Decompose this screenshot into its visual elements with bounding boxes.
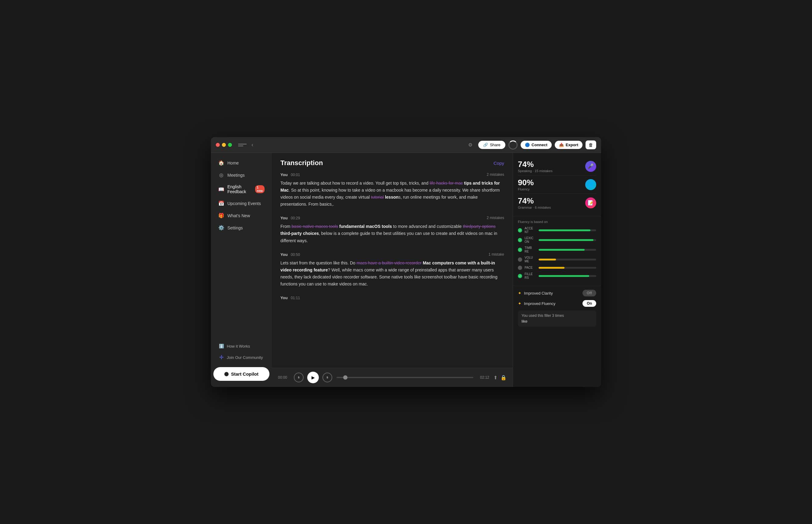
- connect-button[interactable]: 🔵 Connect: [521, 141, 552, 149]
- fastforward-button[interactable]: 5: [322, 373, 332, 382]
- sidebar-item-settings[interactable]: ⚙️ Settings: [213, 222, 269, 234]
- gift-icon: 🎁: [218, 213, 224, 218]
- fluency-item-accent: ✓ ACCENT: [518, 227, 596, 234]
- sidebar: 🏠 Home ◎ Meetings 📖 English Feedback 1 n…: [211, 153, 272, 387]
- timbre-label: TIMBRE: [525, 246, 536, 253]
- sidebar-link-join-community[interactable]: ✛ Join Our Community: [216, 351, 267, 363]
- sidebar-item-meetings-label: Meetings: [227, 173, 245, 178]
- grammar-icon: 📝: [585, 197, 596, 208]
- volume-label: VOLUME: [525, 256, 536, 263]
- fluency-label: Fluency: [518, 187, 534, 191]
- sidebar-bottom: ℹ️ How it Works ✛ Join Our Community Sta…: [211, 337, 272, 383]
- content-area: Transcription Copy You 00:01 2 mistakes …: [272, 153, 513, 387]
- sidebar-item-settings-label: Settings: [227, 226, 243, 230]
- sidebar-toggle-icon[interactable]: [238, 142, 246, 148]
- accent-label: ACCENT: [525, 227, 536, 234]
- lexicon-bar: [539, 239, 593, 241]
- fluency-section-title: Fluency is based on: [518, 220, 596, 224]
- start-copilot-button[interactable]: Start Copilot: [213, 367, 269, 381]
- player-end-icons: ⬆ 🔒: [493, 375, 507, 380]
- corrected-lesson: lesson: [384, 195, 398, 199]
- upload-icon[interactable]: ⬆: [493, 375, 497, 380]
- grammar-label: Grammar · 6 mistakes: [518, 206, 551, 209]
- sidebar-item-english-feedback[interactable]: 📖 English Feedback 1 new: [213, 181, 269, 197]
- export-button[interactable]: 📤 Export: [555, 141, 583, 149]
- fluency-item-volume: VOLUME: [518, 256, 596, 263]
- share-button[interactable]: 🔗 Share: [478, 141, 505, 149]
- close-button[interactable]: [216, 143, 220, 147]
- info-icon: ℹ️: [218, 344, 224, 348]
- clarity-toggle[interactable]: Off: [583, 290, 596, 296]
- fullscreen-button[interactable]: [228, 143, 232, 147]
- community-icon: ✛: [218, 354, 224, 361]
- filler-description: You used this filler 3 times: [522, 313, 592, 318]
- transcription-title: Transcription: [281, 159, 323, 167]
- fluency-section: Fluency is based on ✓ ACCENT ✓ LEXICON: [513, 216, 601, 286]
- title-bar-actions: ⚙ 🔗 Share 🔵 Connect 📤 Export 🗑: [465, 140, 596, 150]
- settings-icon: ⚙️: [218, 225, 224, 231]
- copy-button[interactable]: Copy: [493, 161, 504, 166]
- sidebar-item-home[interactable]: 🏠 Home: [213, 157, 269, 169]
- lock-icon[interactable]: 🔒: [500, 375, 507, 380]
- connect-label: Connect: [531, 143, 547, 147]
- accent-bar: [539, 229, 590, 231]
- pace-bar-bg: [539, 267, 596, 269]
- transcription-panel[interactable]: Transcription Copy You 00:01 2 mistakes …: [272, 153, 513, 368]
- fluency-item-pace: PACE: [518, 266, 596, 270]
- star-icon-clarity: ✦: [518, 291, 522, 295]
- timbre-check: ✓: [518, 248, 522, 252]
- grammar-mistakes: 6 mistakes: [535, 206, 551, 209]
- rewind-button[interactable]: 5: [294, 373, 304, 382]
- accent-check: ✓: [518, 228, 522, 232]
- book-icon: 📖: [218, 186, 224, 192]
- audio-player: 00:00 5 ▶ 5 02:12 ⬆ 🔒: [272, 368, 513, 387]
- strikethrough-macs: macs have a builtin video recorder: [356, 261, 421, 265]
- sidebar-item-whats-new[interactable]: 🎁 What's New: [213, 210, 269, 222]
- join-community-label: Join Our Community: [227, 355, 263, 360]
- progress-thumb[interactable]: [343, 375, 348, 380]
- accent-bar-bg: [539, 229, 596, 231]
- timbre-bar-bg: [539, 249, 596, 251]
- trash-button[interactable]: 🗑: [586, 141, 596, 149]
- play-button[interactable]: ▶: [307, 372, 319, 383]
- transcription-block-4: You 01:11: [281, 295, 504, 300]
- fluency-icon: 🌐: [585, 179, 596, 190]
- trans-meta-3: You 00:50 1 mistake: [281, 252, 504, 257]
- fluency-toggle[interactable]: On: [583, 300, 596, 307]
- fluency-value: 90%: [518, 178, 534, 187]
- connect-icon: 🔵: [525, 143, 530, 147]
- ai-clarity-label: ✦ Improved Clarity: [518, 291, 553, 295]
- gear-icon[interactable]: ⚙: [465, 140, 475, 150]
- minimize-button[interactable]: [222, 143, 226, 147]
- progress-bar[interactable]: [336, 377, 473, 378]
- fillers-label: FILLERS: [525, 272, 536, 280]
- meetings-icon: ◎: [218, 172, 224, 178]
- corrected-thirdparty: third-party choices: [281, 231, 319, 236]
- speaking-value: 74%: [518, 160, 553, 169]
- mac-window: ‹ ⚙ 🔗 Share 🔵 Connect 📤 Export 🗑: [211, 137, 601, 387]
- corrected-fundamental: fundamental macOS tools: [339, 224, 392, 229]
- share-icon: 🔗: [483, 143, 488, 147]
- export-label: Export: [566, 143, 578, 147]
- title-bar: ‹ ⚙ 🔗 Share 🔵 Connect 📤 Export 🗑: [211, 137, 601, 153]
- player-total-time: 02:12: [478, 375, 489, 380]
- ai-row-clarity: ✦ Improved Clarity Off: [518, 290, 596, 296]
- sidebar-item-upcoming-events[interactable]: 📅 Upcoming Events: [213, 197, 269, 209]
- score-section: 74% Speaking · 15 mistakes 🎤 90% Fluency…: [513, 153, 601, 216]
- sidebar-item-meetings[interactable]: ◎ Meetings: [213, 169, 269, 181]
- back-button[interactable]: ‹: [252, 142, 253, 148]
- transcription-block-3: You 00:50 1 mistake Lets start from the …: [281, 252, 504, 288]
- filler-word: like: [522, 319, 592, 324]
- speaking-icon: 🎤: [585, 161, 596, 172]
- lexicon-bar-bg: [539, 239, 596, 241]
- pace-label: PACE: [525, 266, 536, 269]
- strikethrough-text: life hacks for mac: [430, 181, 463, 185]
- volume-bar: [539, 259, 556, 261]
- pace-bar: [539, 267, 564, 269]
- how-it-works-label: How it Works: [227, 344, 250, 348]
- sidebar-link-how-it-works[interactable]: ℹ️ How it Works: [216, 341, 267, 351]
- transcription-block-2: You 00:29 2 mistakes From basic native m…: [281, 215, 504, 244]
- trans-text-1: Today we are talking about how to record…: [281, 180, 504, 208]
- fluency-item-lexicon: ✓ LEXICON: [518, 236, 596, 244]
- fluency-item-timbre: ✓ TIMBRE: [518, 246, 596, 253]
